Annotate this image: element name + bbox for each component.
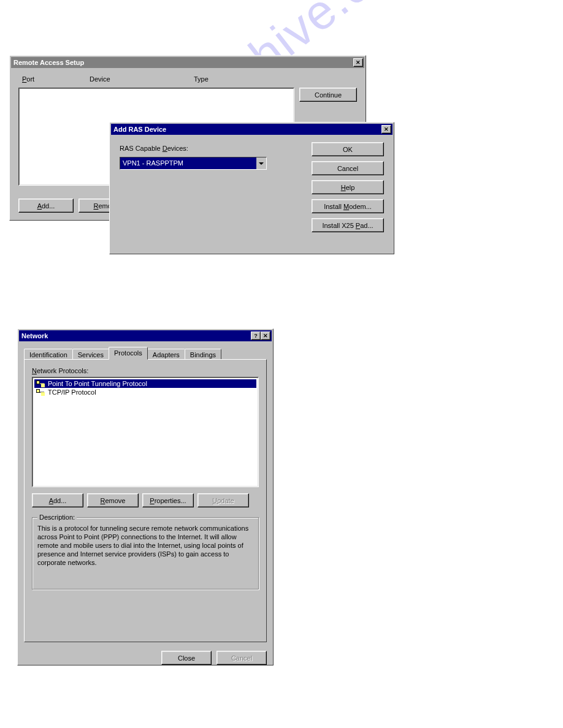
protocol-name: TCP/IP Protocol [48, 389, 96, 396]
protocol-icon [36, 380, 45, 387]
update-button: Update [197, 493, 249, 507]
network-tabstrip: Identification Services Protocols Adapte… [24, 346, 267, 359]
description-label: Description: [37, 514, 77, 521]
install-modem-button[interactable]: Install Modem... [312, 199, 384, 213]
close-icon[interactable]: ✕ [261, 332, 270, 340]
help-button[interactable]: Help [312, 180, 384, 194]
ras-title: Remote Access Setup [13, 59, 84, 66]
close-button[interactable]: Close [161, 651, 212, 665]
ok-button[interactable]: OK [312, 142, 384, 156]
protocol-name: Point To Point Tunneling Protocol [48, 380, 147, 387]
remove-button[interactable]: Remove [87, 493, 139, 507]
list-item[interactable]: TCP/IP Protocol [34, 388, 256, 396]
addras-title: Add RAS Device [113, 126, 166, 133]
col-device: Device [90, 75, 194, 83]
tab-bindings[interactable]: Bindings [185, 349, 221, 360]
ras-titlebar: Remote Access Setup ✕ [11, 57, 364, 68]
cancel-button: Cancel [216, 651, 267, 665]
protocols-panel: Network Protocols: Point To Point Tunnel… [24, 359, 267, 642]
chevron-down-icon[interactable] [256, 157, 267, 170]
ras-device-selected: VPN1 - RASPPTPM [120, 157, 256, 170]
close-icon[interactable]: ✕ [381, 125, 391, 134]
tab-identification[interactable]: Identification [24, 349, 73, 360]
network-protocols-label: Network Protocols: [32, 367, 259, 374]
description-text: This is a protocol for tunneling secure … [37, 524, 253, 567]
list-item[interactable]: Point To Point Tunneling Protocol [34, 379, 256, 388]
network-titlebar: Network ? ✕ [19, 330, 272, 341]
install-x25-button[interactable]: Install X25 Pad... [312, 218, 384, 232]
col-type: Type [194, 75, 267, 83]
tab-protocols[interactable]: Protocols [109, 347, 148, 360]
network-title: Network [21, 332, 48, 339]
add-button[interactable]: Add... [18, 199, 74, 213]
properties-button[interactable]: Properties... [142, 493, 194, 507]
continue-button[interactable]: Continue [299, 88, 357, 102]
col-port: Port [22, 75, 90, 83]
add-ras-device-dialog: Add RAS Device ✕ RAS Capable Devices: VP… [109, 122, 394, 254]
addras-titlebar: Add RAS Device ✕ [111, 124, 393, 135]
help-icon[interactable]: ? [251, 332, 261, 340]
close-icon[interactable]: ✕ [353, 58, 363, 67]
protocol-icon [36, 389, 45, 396]
network-dialog: Network ? ✕ Identification Services Prot… [17, 328, 274, 665]
protocols-listbox[interactable]: Point To Point Tunneling Protocol TCP/IP… [32, 377, 259, 487]
tab-services[interactable]: Services [72, 349, 109, 360]
cancel-button[interactable]: Cancel [312, 161, 384, 175]
ras-device-combo[interactable]: VPN1 - RASPPTPM [120, 157, 267, 170]
add-button[interactable]: Add... [32, 493, 83, 507]
tab-adapters[interactable]: Adapters [147, 349, 185, 360]
description-group: Description: This is a protocol for tunn… [32, 517, 259, 590]
